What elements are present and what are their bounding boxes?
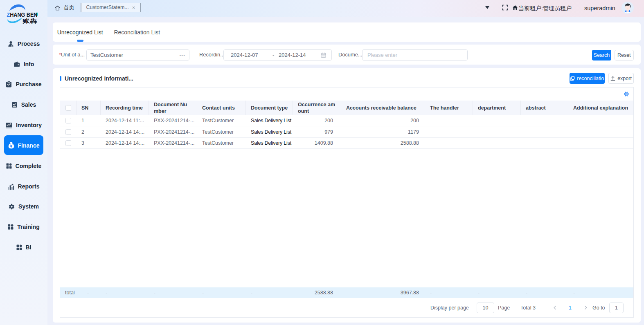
- svg-text:账犇: 账犇: [22, 18, 38, 24]
- svg-text:ZHANG BEN: ZHANG BEN: [7, 11, 38, 18]
